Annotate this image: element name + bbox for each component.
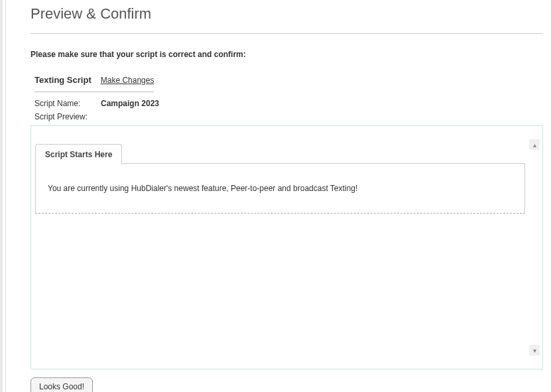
scroll-up-icon[interactable]: ▴ [529,139,540,150]
left-inner-border [5,0,6,392]
script-tab[interactable]: Script Starts Here [35,144,122,164]
page-title: Preview & Confirm [31,5,543,23]
preview-inner: Script Starts Here You are currently usi… [31,134,542,214]
section-header: Texting Script Make Changes [31,75,543,85]
looks-good-button[interactable]: Looks Good! [31,377,93,392]
script-name-label: Script Name: [34,99,101,108]
preview-scrollbar[interactable]: ▴ ▾ [529,139,540,356]
section-title: Texting Script [34,75,92,85]
script-name-value: Campaign 2023 [101,99,159,108]
script-preview-row: Script Preview: [31,112,543,121]
make-changes-link[interactable]: Make Changes [101,76,154,85]
script-preview-label: Script Preview: [34,112,101,121]
main-content: Preview & Confirm Please make sure that … [0,0,551,392]
title-divider [31,33,543,34]
tab-border-mask [36,163,114,164]
section-underline [34,92,154,92]
script-body-text: You are currently using HubDialer's newe… [48,184,513,193]
left-edge-border [0,0,3,392]
script-name-row: Script Name: Campaign 2023 [31,99,543,108]
instruction-text: Please make sure that your script is cor… [31,50,543,59]
script-tab-panel: Script Starts Here You are currently usi… [35,163,525,214]
script-preview-container: ▴ ▾ Script Starts Here You are currently… [31,125,543,369]
scroll-down-icon[interactable]: ▾ [529,345,540,356]
